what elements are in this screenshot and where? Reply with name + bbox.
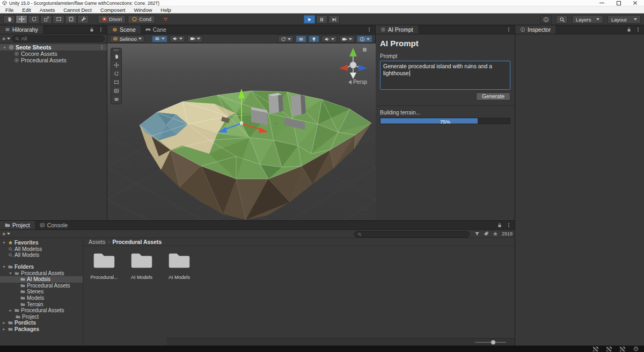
step-button[interactable] xyxy=(328,15,340,24)
menu-help[interactable]: Help xyxy=(160,7,171,13)
menu-edit[interactable]: Edit xyxy=(22,7,31,13)
asset-item-ai-models-1[interactable]: AI Models xyxy=(125,250,158,280)
tree-row-packages[interactable]: ▸ Packages xyxy=(0,326,83,333)
account-button[interactable] xyxy=(540,15,552,24)
global-search-button[interactable] xyxy=(556,15,568,24)
view-options-button[interactable] xyxy=(152,35,167,42)
slider-thumb[interactable] xyxy=(491,340,495,344)
orientation-gizmo[interactable] xyxy=(336,47,370,80)
restore-icon[interactable] xyxy=(616,1,621,5)
tab-scene[interactable]: Scene xyxy=(107,25,141,34)
pause-button[interactable] xyxy=(316,15,327,24)
tab-console[interactable]: Console xyxy=(35,221,73,229)
minimize-icon[interactable] xyxy=(599,1,604,5)
thumbnail-size-slider[interactable] xyxy=(475,342,506,343)
prompt-input[interactable]: Generate procedural island with ruins an… xyxy=(380,61,510,90)
expand-arrow-icon[interactable]: ▾ xyxy=(2,264,6,269)
effects-toggle-button[interactable] xyxy=(187,35,203,42)
menu-assets[interactable]: Assets xyxy=(40,7,55,13)
kebab-menu-icon[interactable] xyxy=(367,27,372,32)
scene-camera-button[interactable] xyxy=(339,35,355,42)
hand-tool-button[interactable] xyxy=(3,15,15,24)
move-tool-button[interactable] xyxy=(16,15,27,24)
play-button[interactable] xyxy=(304,15,315,24)
clock-icon[interactable] xyxy=(633,346,639,351)
tree-row-ai-models-selected[interactable]: AI Modsis xyxy=(0,276,83,283)
tree-row-folders[interactable]: ▾ Folders xyxy=(0,264,83,270)
tree-row-stenes[interactable]: Stenes xyxy=(0,289,83,295)
add-object-button[interactable]: + xyxy=(2,36,5,41)
tab-inspector[interactable]: Inspector xyxy=(515,25,555,34)
cond-button[interactable]: Cond xyxy=(128,15,155,24)
hierarchy-row-scene[interactable]: ▾ Seote Sheots xyxy=(0,44,107,51)
toolstrip-drag-handle[interactable] xyxy=(111,48,121,52)
collapse-arrow-icon[interactable]: ▸ xyxy=(2,327,6,332)
collapse-arrow-icon[interactable]: ▸ xyxy=(2,320,6,325)
filter-icon[interactable] xyxy=(474,231,480,236)
breadcrumb-current[interactable]: Procedural Assets xyxy=(113,239,162,245)
scene-viewport[interactable]: Persp xyxy=(107,44,376,220)
rotate-tool-button[interactable] xyxy=(28,15,40,24)
tree-row-project[interactable]: Project xyxy=(0,314,83,320)
lock-icon[interactable] xyxy=(497,222,502,228)
custom-tool-button[interactable] xyxy=(77,15,89,24)
tree-row-all-models[interactable]: All Models xyxy=(0,252,83,258)
tree-row-pordicts[interactable]: ▸ Pordicts xyxy=(0,320,83,326)
scene-audio-button[interactable] xyxy=(321,35,337,42)
label-tag-icon[interactable] xyxy=(484,231,489,236)
layout-dropdown[interactable]: Layout xyxy=(608,15,641,24)
hierarchy-row-cocore[interactable]: Cocore Assets xyxy=(0,51,107,57)
expand-arrow-icon[interactable]: ▾ xyxy=(2,240,6,245)
transform-tool-button[interactable] xyxy=(65,15,77,24)
expand-arrow-icon[interactable]: ▾ xyxy=(8,271,13,276)
lock-icon[interactable] xyxy=(89,27,94,32)
add-dropdown-icon[interactable] xyxy=(7,38,10,40)
tree-row-procedural-assets[interactable]: ▾ Procedural Assets xyxy=(0,270,83,276)
tree-row-terrain[interactable]: Terrain xyxy=(0,301,83,307)
tab-hierarchy[interactable]: Hilorarahy xyxy=(0,25,43,34)
layers-dropdown[interactable]: Layers xyxy=(572,15,603,24)
view-rotate-button[interactable] xyxy=(111,69,121,78)
tree-row-favorites[interactable]: ▾ Favorites xyxy=(0,240,83,246)
lock-icon[interactable] xyxy=(626,27,632,32)
tab-game[interactable]: Cane xyxy=(141,25,171,34)
kebab-menu-icon[interactable] xyxy=(506,222,511,228)
favorite-star-icon[interactable] xyxy=(493,231,498,236)
tab-project[interactable]: Project xyxy=(0,221,35,229)
rect-tool-button[interactable] xyxy=(53,15,64,24)
view-rect-button[interactable] xyxy=(111,78,121,87)
hierarchy-row-procedural[interactable]: Procedural Assets xyxy=(0,57,107,63)
tree-row-procedural-2[interactable]: ▸ Procedural Assets xyxy=(0,307,83,314)
project-search-input[interactable] xyxy=(363,232,466,238)
menu-composert[interactable]: Composert xyxy=(100,7,125,13)
menu-cannot-dect[interactable]: Cannot Dect xyxy=(63,7,92,13)
tab-ai-prompt[interactable]: AI Prompt xyxy=(376,25,418,34)
view-screen-button[interactable] xyxy=(111,87,121,95)
menu-file[interactable]: File xyxy=(5,7,13,13)
scale-tool-button[interactable] xyxy=(40,15,52,24)
disori-button[interactable]: Disori xyxy=(98,15,126,24)
gizmos-button[interactable] xyxy=(357,35,372,42)
lighting-toggle-button[interactable] xyxy=(309,35,319,42)
hierarchy-search-input[interactable] xyxy=(21,35,101,41)
breadcrumb-assets[interactable]: Assets xyxy=(89,239,106,245)
audio-toggle-button[interactable] xyxy=(170,35,185,42)
menu-window[interactable]: Window xyxy=(134,7,152,13)
add-dropdown-icon[interactable] xyxy=(7,233,10,235)
tree-row-all-modelss[interactable]: All Modelss xyxy=(0,246,83,253)
add-asset-button[interactable]: + xyxy=(2,231,5,236)
grid-toggle-button[interactable] xyxy=(296,35,306,42)
kebab-menu-icon[interactable] xyxy=(635,27,641,32)
collapse-arrow-icon[interactable]: ▸ xyxy=(8,308,13,313)
asset-item-ai-models-2[interactable]: AI Models xyxy=(163,250,196,280)
asset-item-procedural[interactable]: Procedural... xyxy=(87,250,121,280)
kebab-menu-icon[interactable] xyxy=(99,45,105,50)
kebab-menu-icon[interactable] xyxy=(506,27,511,32)
tree-row-procedural-sub[interactable]: Procedural Assets xyxy=(0,283,83,289)
kebab-menu-icon[interactable] xyxy=(98,27,104,32)
view-hand-button[interactable] xyxy=(111,52,121,61)
tree-row-models[interactable]: Models xyxy=(0,295,83,301)
view-move-button[interactable] xyxy=(111,61,121,69)
collab-button[interactable] xyxy=(159,15,171,24)
shading-mode-dropdown[interactable]: Selinoo xyxy=(110,35,144,42)
